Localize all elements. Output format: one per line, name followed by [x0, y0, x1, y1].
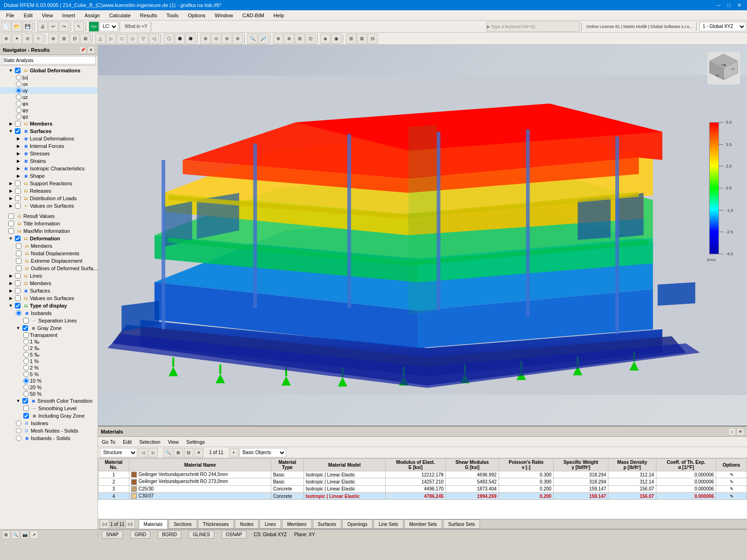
status-glines[interactable]: GLINES: [189, 531, 214, 539]
tb2-29[interactable]: ◉: [331, 34, 341, 44]
mat-menu-settings[interactable]: Settings: [184, 438, 207, 446]
menu-item-cad-bim[interactable]: CAD-BIM: [238, 11, 268, 20]
menu-item-tools[interactable]: Tools: [162, 11, 183, 20]
mat-menu-edit[interactable]: Edit: [121, 438, 134, 446]
mat-menu-goto[interactable]: Go To: [100, 438, 117, 446]
expander-valuessurf[interactable]: ▶: [7, 203, 14, 209]
expander-strains[interactable]: ▶: [15, 158, 21, 164]
radio-5pct[interactable]: [23, 371, 29, 377]
table-row[interactable]: 1 Geilinger Verbundquerschnitt RO 244,5m…: [99, 471, 747, 478]
nav-zoom-btn[interactable]: 🔍: [11, 531, 20, 539]
menu-item-assign[interactable]: Assign: [80, 11, 104, 20]
close-button[interactable]: ✕: [735, 1, 743, 9]
lc-dropdown[interactable]: LC5: [99, 22, 118, 31]
tree-item-phix[interactable]: φx: [0, 100, 98, 107]
tree-item-20pct[interactable]: 20 %: [0, 384, 98, 391]
tree-item-isobands-solids[interactable]: ◼ Isobands - Solids: [0, 434, 98, 442]
tree-item-maxmin[interactable]: 🗂 Max/Min Information: [0, 227, 98, 235]
check-surfaces[interactable]: [15, 128, 21, 134]
tb2-1[interactable]: ⊕: [1, 34, 11, 44]
radio-50pct[interactable]: [23, 391, 29, 397]
nav-close-btn[interactable]: ✕: [87, 46, 95, 54]
expander-stresses[interactable]: ▶: [15, 150, 21, 157]
menu-item-results[interactable]: Results: [136, 11, 162, 20]
tree-item-smooth-color[interactable]: ▼ ◼ Smooth Color Transition: [0, 397, 98, 405]
expander-lines[interactable]: ▶: [7, 273, 14, 279]
tb2-11[interactable]: □: [117, 34, 127, 44]
expander-grayzone[interactable]: ▼: [15, 325, 21, 331]
tab-line-sets[interactable]: Line Sets: [374, 519, 403, 529]
tb2-31[interactable]: ⊠: [357, 34, 367, 44]
menu-item-options[interactable]: Options: [183, 11, 210, 20]
tree-item-uy[interactable]: uy: [0, 87, 98, 94]
tb2-21[interactable]: ⊛: [233, 34, 243, 44]
tree-item-isotropic[interactable]: ▶ ◼ Isotropic Characteristics: [0, 165, 98, 172]
expander-members2[interactable]: ▶: [7, 280, 14, 287]
expander-isotropic[interactable]: ▶: [15, 165, 21, 172]
table-row[interactable]: 2 Geilinger Verbundquerschnitt RO 273,0m…: [99, 478, 747, 485]
menu-item-calculate[interactable]: Calculate: [105, 11, 135, 20]
print-btn[interactable]: 🖨: [37, 21, 48, 32]
tab-surface-sets[interactable]: Surface Sets: [443, 519, 480, 529]
tb2-14[interactable]: ◁: [149, 34, 159, 44]
tree-item-outlines[interactable]: 🗂 Outlines of Deformed Surfa...: [0, 265, 98, 272]
check-outlines[interactable]: [16, 266, 21, 271]
expander-members[interactable]: ▶: [7, 120, 14, 127]
radio-1ppm[interactable]: [23, 339, 29, 344]
tb2-28[interactable]: ◈: [320, 34, 331, 44]
status-grid[interactable]: GRID: [130, 531, 150, 539]
tab-member-sets[interactable]: Member Sets: [404, 519, 442, 529]
save-btn[interactable]: 💾: [22, 21, 33, 32]
status-osnap[interactable]: OSNAP: [222, 531, 247, 539]
radio-1pct[interactable]: [23, 358, 29, 364]
tree-item-10pct[interactable]: 10 %: [0, 378, 98, 384]
radio-ux[interactable]: [16, 81, 21, 87]
tree-item-5pct[interactable]: 5 %: [0, 371, 98, 378]
check-grayzone[interactable]: [22, 325, 28, 331]
tb2-8[interactable]: ⊠: [80, 34, 91, 44]
expander-shape[interactable]: ▶: [15, 173, 21, 179]
tree-item-phiz[interactable]: φz: [0, 113, 98, 120]
tb2-10[interactable]: ▷: [106, 34, 116, 44]
tb2-6[interactable]: ⊞: [59, 34, 69, 44]
tb2-7[interactable]: ⊟: [70, 34, 80, 44]
tree-item-def-members[interactable]: 🗂 Members: [0, 242, 98, 250]
tree-item-nodal-disp[interactable]: 🗂 Nodal Displacements: [0, 250, 98, 257]
tree-item-5ppm[interactable]: 5 ‰: [0, 351, 98, 358]
radio-10pct[interactable]: [23, 378, 29, 384]
check-support[interactable]: [15, 181, 21, 186]
panel-expand-btn[interactable]: ↕: [728, 428, 736, 435]
lc-green-btn[interactable]: Qw: [89, 21, 99, 32]
expander-deformation[interactable]: ▼: [7, 235, 14, 242]
add-btn[interactable]: +: [229, 448, 239, 457]
tree-item-50pct[interactable]: 50 %: [0, 391, 98, 397]
tab-sections[interactable]: Sections: [169, 519, 197, 529]
check-inclgray[interactable]: [23, 413, 29, 419]
tab-materials[interactable]: Materials: [139, 519, 168, 529]
tab-prev-btn[interactable]: |◁: [100, 519, 109, 529]
objects-dropdown[interactable]: Basic Objects: [240, 448, 286, 457]
nav-prev-btn[interactable]: ◁: [138, 448, 148, 457]
tb2-27[interactable]: ⊡: [305, 34, 316, 44]
tree-item-surfaces2[interactable]: ▶ ◼ Surfaces: [0, 287, 98, 294]
radio-isolines[interactable]: [16, 420, 21, 426]
check-smoothing[interactable]: [23, 406, 29, 411]
tree-item-result-values[interactable]: 🗂 Result Values: [0, 212, 98, 220]
expander-distloads[interactable]: ▶: [7, 195, 14, 202]
nav-extra-btn[interactable]: ↗: [30, 531, 38, 539]
tree-item-support[interactable]: ▶ 🗂 Support Reactions: [0, 180, 98, 187]
check-titleinfo[interactable]: [8, 221, 14, 226]
tb2-2[interactable]: ✦: [12, 34, 22, 44]
tree-item-1pct[interactable]: 1 %: [0, 358, 98, 364]
radio-5ppm[interactable]: [23, 352, 29, 357]
check-members2[interactable]: [15, 280, 21, 286]
panel-close-btn[interactable]: ✕: [737, 428, 744, 435]
nav-view-btn[interactable]: ⊞: [2, 531, 10, 539]
check-deformation[interactable]: [15, 236, 21, 241]
expander-global-def[interactable]: ▼: [7, 67, 14, 74]
structure-dropdown[interactable]: Structure: [100, 448, 137, 457]
nav-pin-btn[interactable]: 📌: [79, 46, 86, 54]
tab-next-btn[interactable]: ▷|: [126, 519, 135, 529]
tree-item-global-def[interactable]: ▼ 🗂 Global Deformations: [0, 67, 98, 74]
tree-item-phiy[interactable]: φy: [0, 107, 98, 113]
